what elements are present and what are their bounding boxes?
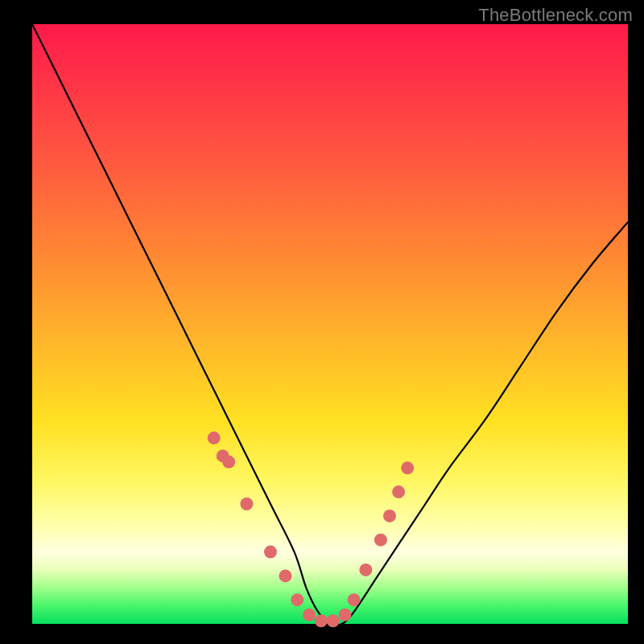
marker-dot — [291, 593, 303, 606]
marker-dot — [315, 614, 328, 627]
marker-dot — [374, 534, 387, 547]
watermark-text: TheBottleneck.com — [478, 5, 633, 26]
marker-dot — [401, 461, 414, 474]
marker-dot — [222, 456, 235, 469]
marker-dot — [339, 609, 352, 621]
outer-frame: TheBottleneck.com — [0, 0, 644, 644]
marker-dot — [208, 431, 221, 444]
marker-dot — [359, 564, 372, 576]
marker-dot — [279, 569, 292, 582]
marker-dot — [303, 609, 316, 621]
marker-dot — [240, 497, 253, 510]
marker-dot — [264, 546, 277, 559]
plot-area — [32, 24, 628, 624]
bottleneck-curve — [32, 24, 628, 625]
marker-dot — [327, 614, 340, 627]
marker-dot — [348, 593, 361, 606]
marker-dot — [392, 485, 405, 498]
marker-dot — [383, 510, 396, 522]
chart-svg — [32, 24, 628, 624]
